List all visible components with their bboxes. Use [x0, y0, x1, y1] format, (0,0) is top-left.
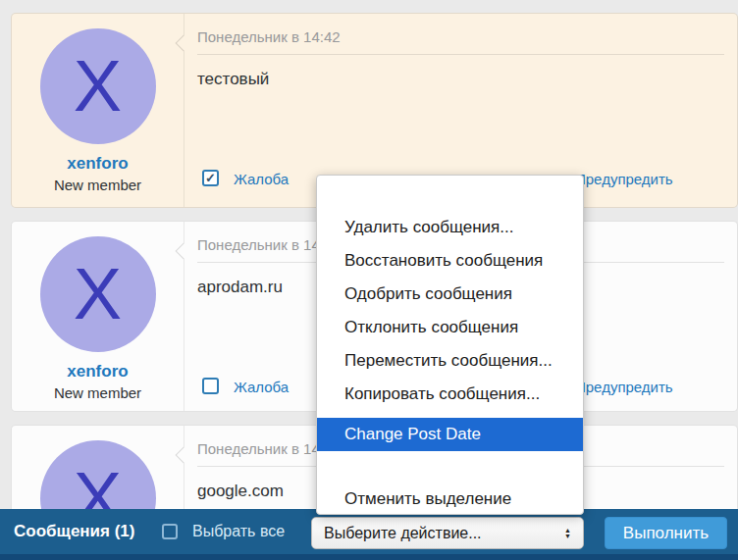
- bulk-action-bar: Сообщения (1) Выбрать все Выберите дейст…: [0, 509, 738, 560]
- select-all-checkbox[interactable]: [162, 524, 178, 539]
- post-select-checkbox[interactable]: [202, 170, 219, 186]
- menu-spacer: [317, 411, 583, 418]
- username-link[interactable]: xenforo: [67, 362, 128, 382]
- selected-messages-count: Сообщения (1): [14, 522, 134, 541]
- menu-item-delete[interactable]: Удалить сообщения...: [317, 211, 583, 244]
- menu-item-copy[interactable]: Копировать сообщения...: [317, 378, 583, 411]
- select-all-label[interactable]: Выбрать все: [192, 523, 285, 540]
- menu-item-change-post-date[interactable]: Change Post Date: [317, 418, 583, 451]
- post-author-cell: X xenforo New member: [12, 14, 184, 207]
- user-title: New member: [54, 384, 141, 401]
- menu-item-move[interactable]: Переместить сообщения...: [317, 344, 583, 378]
- avatar-letter: X: [74, 50, 122, 123]
- select-spinner-icon: [564, 528, 571, 539]
- menu-item-approve[interactable]: Одобрить сообщения: [317, 278, 583, 311]
- warn-link[interactable]: Предупредить: [575, 169, 673, 190]
- post-select-checkbox[interactable]: [202, 378, 219, 394]
- avatar-letter: X: [74, 258, 122, 331]
- post-date: Понедельник в 14:42: [197, 28, 724, 55]
- report-link[interactable]: Жалоба: [234, 169, 289, 190]
- moderation-page: X xenforo New member Понедельник в 14:42…: [0, 0, 738, 560]
- action-select-value: Выберите действие...: [324, 525, 482, 542]
- user-avatar[interactable]: X: [40, 28, 156, 144]
- report-link[interactable]: Жалоба: [234, 377, 289, 398]
- menu-separator: [317, 451, 583, 483]
- submit-button[interactable]: Выполнить: [605, 517, 727, 549]
- menu-item-restore[interactable]: Восстановить сообщения: [317, 244, 583, 278]
- menu-item-deselect[interactable]: Отменить выделение: [317, 483, 583, 516]
- menu-item-unapprove[interactable]: Отклонить сообщения: [317, 311, 583, 344]
- user-avatar[interactable]: X: [40, 236, 156, 352]
- username-link[interactable]: xenforo: [67, 154, 128, 174]
- post-author-cell: X xenforo New member: [12, 222, 184, 411]
- context-menu: Удалить сообщения... Восстановить сообще…: [316, 175, 584, 515]
- action-select[interactable]: Выберите действие...: [311, 517, 584, 549]
- post-body: тестовый: [197, 70, 724, 89]
- warn-link[interactable]: Предупредить: [575, 377, 673, 398]
- user-title: New member: [54, 177, 141, 193]
